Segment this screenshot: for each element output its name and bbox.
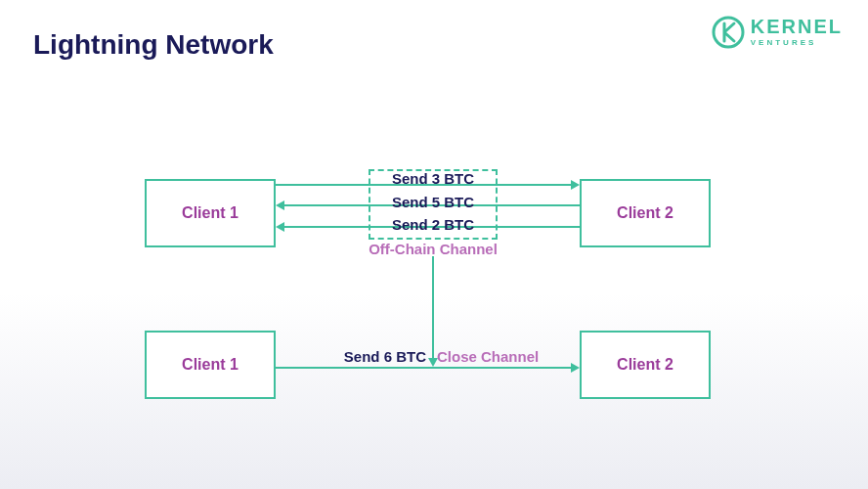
bottom-arrow-line — [276, 367, 571, 369]
diagram-canvas: Client 1 Client 2 Send 3 BTC Send 5 BTC … — [0, 0, 868, 489]
vertical-connector — [432, 256, 434, 358]
top-left-node: Client 1 — [145, 179, 276, 247]
node-label: Client 1 — [182, 356, 239, 374]
node-label: Client 2 — [617, 204, 673, 222]
bottom-right-node: Client 2 — [580, 331, 711, 399]
tx2-arrowhead — [276, 200, 284, 210]
top-right-node: Client 2 — [580, 179, 711, 247]
bottom-left-node: Client 1 — [145, 331, 276, 399]
bottom-left-label: Send 6 BTC — [342, 348, 426, 365]
tx1-arrowhead — [571, 180, 580, 190]
bottom-arrowhead — [571, 363, 580, 373]
node-label: Client 2 — [617, 356, 673, 374]
tx3-arrowhead — [276, 222, 284, 232]
node-label: Client 1 — [182, 204, 239, 222]
offchain-channel-label: Off-Chain Channel — [369, 241, 498, 257]
close-channel-label: Close Channel — [437, 348, 539, 365]
tx2-label: Send 5 BTC — [369, 194, 498, 210]
tx1-label: Send 3 BTC — [369, 170, 498, 187]
tx3-label: Send 2 BTC — [369, 216, 498, 233]
